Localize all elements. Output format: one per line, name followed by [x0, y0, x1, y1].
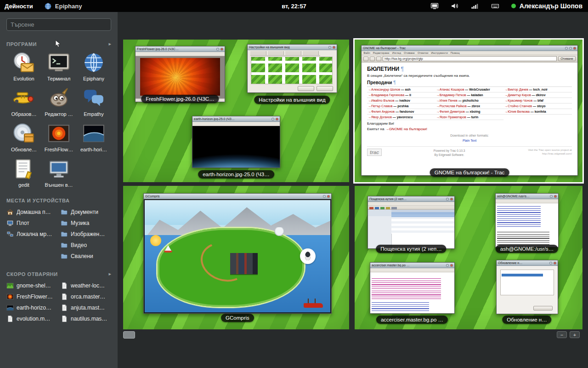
page-footer: trac Powered by Trac 0.10.3By Edgewall S… — [367, 146, 572, 157]
recent-expand-icon[interactable]: ▸ — [108, 271, 111, 277]
volume-icon[interactable] — [451, 2, 459, 10]
place-downloads[interactable]: Свалени — [61, 252, 111, 261]
recent-nautilus-master[interactable]: nautilus.mas… — [61, 314, 111, 323]
evolution-icon — [12, 51, 35, 74]
satellite-dish — [273, 227, 286, 236]
app-appearance[interactable]: Външен в… — [41, 157, 76, 188]
trac-page: БЮЛЕТИНИ ¶ В секция „Бюлетини“ са период… — [362, 63, 577, 175]
recent-anjuta-master[interactable]: anjuta.mast… — [61, 303, 111, 312]
recent-earth-horizon[interactable]: earth-horizo… — [6, 303, 57, 312]
remove-workspace-button[interactable]: − — [557, 331, 567, 338]
recent-gnome-shell[interactable]: gnome-shel… — [6, 281, 57, 290]
gimp-menubar — [136, 52, 225, 56]
place-music[interactable]: Музика — [61, 218, 111, 228]
folder-icon — [61, 242, 68, 249]
mail-window[interactable]: Пощенска кутия (2 неп… — [368, 196, 455, 249]
browser-window[interactable]: GNOME на български! - Trac ФайлРедактира… — [361, 45, 578, 176]
red-ship — [304, 303, 323, 308]
window-title: FreshFlower.jpg-26.0 (ЧЗС… — [137, 47, 215, 51]
network-signal-icon[interactable] — [471, 2, 479, 10]
software-update-icon — [12, 122, 35, 145]
place-documents[interactable]: Документи — [61, 207, 111, 217]
back-button — [363, 57, 368, 61]
clock[interactable]: вт, 22:57 — [282, 3, 306, 10]
programs-expand-icon[interactable]: ▸ — [108, 41, 111, 47]
gcompris-scene — [144, 199, 331, 313]
place-pictures[interactable]: Изображен… — [61, 230, 111, 239]
address-bar: http://fsa-bg.org/project/gtp — [383, 56, 557, 61]
po-terminal-window[interactable]: accerciser.master.bg.po … — [370, 262, 455, 314]
workspace-2-active[interactable]: GNOME на български! - Trac ФайлРедактира… — [355, 40, 582, 182]
place-desktop[interactable]: Плот — [6, 218, 57, 228]
place-network[interactable]: Локална мр… — [6, 230, 57, 239]
recent-weather-loc[interactable]: weather-loc… — [61, 281, 111, 290]
window-close-button — [327, 195, 330, 198]
place-label: Свалени — [71, 253, 93, 259]
place-label: Видео — [71, 242, 87, 248]
po-file-content — [370, 272, 454, 313]
place-home[interactable]: Домашна п… — [6, 207, 57, 217]
app-label: gedit — [18, 182, 29, 188]
updater-window[interactable]: Обновление н… — [496, 260, 558, 314]
translator-cell: →Виктор Дачев — tech_noir — [503, 87, 572, 92]
browser-menubar: ФайлРедактиранеИзгледОтиванеОтметкиИнстр… — [362, 51, 577, 55]
app-label: Обновле… — [11, 147, 37, 152]
window-title: Пощенска кутия (2 неп… — [369, 197, 445, 201]
appearance-window[interactable]: Настройки на външния вид — [247, 44, 337, 93]
recent-freshflower[interactable]: FreshFlower… — [6, 292, 57, 301]
window-label: Обновление н… — [502, 316, 551, 324]
place-label: Плот — [17, 220, 29, 226]
window-label: GNOME на български! - Trac — [430, 168, 509, 177]
translator-cell: →Илия Пенев — picholicho — [435, 98, 504, 104]
image-menubar — [192, 122, 280, 126]
workspace-1[interactable]: FreshFlower.jpg-26.0 (ЧЗС… Настройки на … — [123, 40, 349, 182]
app-menu[interactable]: Epiphany — [44, 2, 82, 10]
app-gimp[interactable]: Редактор … — [41, 86, 76, 117]
appearance-content — [248, 50, 337, 92]
app-terminal[interactable]: Терминал — [41, 51, 76, 81]
gimp-window[interactable]: FreshFlower.jpg-26.0 (ЧЗС… — [135, 46, 225, 102]
mail-menubar — [368, 202, 454, 206]
workspaces-area: FreshFlower.jpg-26.0 (ЧЗС… Настройки на … — [118, 12, 588, 368]
desktop-icon — [6, 219, 14, 227]
app-empathy[interactable]: Empathy — [76, 86, 111, 117]
translators-table: →Александър Шопов — ash→Атанас Кошаров —… — [367, 86, 572, 120]
recent-evolution-file[interactable]: evolution.m… — [6, 314, 57, 323]
recent-label: gnome-shel… — [17, 282, 51, 289]
app-label: Външен в… — [45, 182, 73, 188]
app-updates[interactable]: Обновле… — [6, 122, 41, 152]
place-videos[interactable]: Видео — [61, 241, 111, 250]
user-menu[interactable]: Александър Шопов — [511, 2, 582, 10]
app-epiphany[interactable]: Epiphany — [76, 51, 111, 81]
display-icon[interactable] — [430, 2, 439, 10]
app-gedit[interactable]: gedit — [6, 157, 41, 188]
workspace-3[interactable]: GCompris GCompris — [123, 186, 349, 329]
search-input[interactable] — [6, 18, 111, 31]
gcompris-icon — [12, 86, 35, 109]
team-text: Екипът на →GNOME на български! — [367, 127, 572, 131]
recent-orca-master[interactable]: orca.master… — [61, 292, 111, 301]
app-label: Образов… — [11, 111, 37, 117]
updater-button — [533, 306, 553, 310]
earth-image-window[interactable]: earth-horizon.jpg-25.0 (ЧЗ… — [192, 116, 280, 168]
terminal-window[interactable]: ash@GNOME:/usr/s… — [495, 193, 559, 247]
flower-image-icon — [6, 293, 14, 300]
translator-cell: →Петър Славов — peshka — [367, 104, 435, 109]
window-button — [271, 118, 274, 121]
add-workspace-button[interactable]: + — [570, 331, 580, 338]
translator-cell: →Ясен Праматаров — turin — [435, 115, 504, 120]
app-earth-horizon[interactable]: earth-hori… — [76, 122, 111, 152]
app-freshflower[interactable]: FreshFlow… — [41, 122, 76, 152]
keyboard-icon[interactable] — [491, 2, 499, 10]
translator-cell: →Стойчо Станчев — stoyo — [503, 104, 572, 109]
window-label: Пощенска кутия (2 неп… — [376, 245, 446, 253]
dialog-button — [298, 86, 314, 91]
workspace-4[interactable]: Пощенска кутия (2 неп… ash@GNOME:/usr/s…… — [355, 186, 582, 329]
image-icon — [6, 282, 14, 289]
gcompris-window[interactable]: GCompris — [143, 193, 332, 314]
window-label: FreshFlower.jpg-26.0 (ЧЗС… — [141, 95, 219, 103]
app-evolution[interactable]: Evolution — [6, 51, 41, 81]
workspace-switcher[interactable] — [123, 331, 135, 339]
app-gcompris[interactable]: Образов… — [6, 86, 41, 117]
activities-button[interactable]: Дейности — [5, 3, 33, 10]
